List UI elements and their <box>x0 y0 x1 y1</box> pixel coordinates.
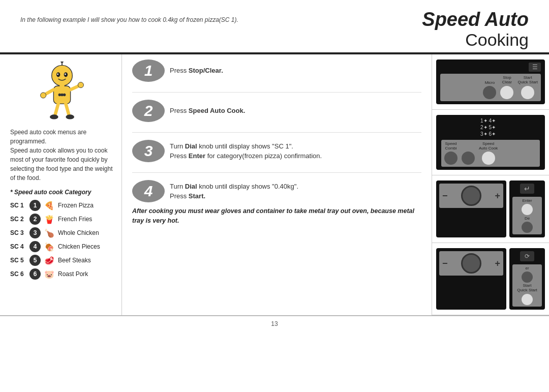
mascot-icon <box>32 62 93 123</box>
panel-1: ☰ Micro StopClear StartQuick Start <box>432 54 549 110</box>
panel2-num3: 3✦ 6✦ <box>480 131 496 137</box>
sc-icon: 🍕 <box>44 200 55 211</box>
list-item: SC 6 6 🐷 Roast Pork <box>10 268 113 280</box>
panel4-btn-er <box>522 272 533 283</box>
panel1-display-icon: ☰ <box>529 63 541 72</box>
step-3-number: 3 <box>132 140 165 162</box>
title-cooking: Cooking <box>422 31 529 49</box>
sc-num: 6 <box>29 268 41 280</box>
panel2-btn-mid-btn <box>462 152 475 165</box>
step-1: 1 Press Stop/Clear. <box>132 59 421 93</box>
sc-num: 5 <box>29 255 41 266</box>
panel4-knob <box>461 253 481 274</box>
sc-label: SC 5 <box>10 257 26 264</box>
svg-point-2 <box>60 62 64 63</box>
header-subtitle: In the following example I will show you… <box>20 9 238 23</box>
sc-icon: 🍟 <box>44 214 55 225</box>
sc-label: SC 3 <box>10 229 26 236</box>
panel4-btn-start <box>522 294 533 305</box>
panel1-btn-col-micro: Micro <box>483 80 496 99</box>
list-item: SC 1 1 🍕 Frozen Pizza <box>10 200 113 211</box>
header: In the following example I will show you… <box>0 0 549 52</box>
step-3: 3 Turn Dial knob until display shows "SC… <box>132 140 421 173</box>
main-content: Speed auto cook menus are programmed.Spe… <box>0 54 549 315</box>
panel2-num2: 2✦ 5✦ <box>480 125 496 130</box>
panel3-dial: − + <box>436 180 506 237</box>
list-item: SC 5 5 🥩 Beef Steaks <box>10 255 113 266</box>
panel4-label-er: er <box>525 266 529 270</box>
warning-text: After cooking you must wear gloves and c… <box>132 206 421 226</box>
panel2-btn-combi <box>444 152 458 165</box>
panel1-label-micro: Micro <box>485 80 495 85</box>
panel3-btn-de <box>522 222 533 233</box>
left-column: Speed auto cook menus are programmed.Spe… <box>0 54 122 315</box>
sc-food: Roast Pork <box>58 270 88 278</box>
panel4-label-start: StartQuick Start <box>517 284 537 293</box>
panel2-btn-auto <box>482 152 495 165</box>
step-4-number: 4 <box>132 180 165 202</box>
panel2-label-combi: SpeedCombi <box>445 142 456 151</box>
panel1-label-start: StartQuick Start <box>517 76 538 85</box>
svg-rect-11 <box>59 85 64 88</box>
panel3-label-de: De <box>525 216 530 221</box>
svg-point-18 <box>50 114 58 119</box>
panel1-label-stop: StopClear <box>502 76 512 85</box>
sc-num: 4 <box>29 241 41 252</box>
sc-icon: 🐷 <box>44 268 55 280</box>
left-description: Speed auto cook menus are programmed.Spe… <box>10 128 113 183</box>
panel1-btn-stop <box>500 86 513 99</box>
panel4-start-icon: ⟳ <box>520 251 534 261</box>
list-item: SC 3 3 🍗 Whole Chicken <box>10 227 113 238</box>
step-2-header: 2 Press Speed Auto Cook. <box>132 100 421 122</box>
panel2-numgrid: 1✦ 4✦ 2✦ 5✦ 3✦ 6✦ <box>441 118 540 137</box>
panel2-speed-auto: SpeedAuto Cook <box>479 142 498 165</box>
panel3-label-enter: Enter <box>522 198 532 203</box>
sc-icon: 🍖 <box>44 241 55 252</box>
step-4-header: 4 Turn Dial knob until display shows "0.… <box>132 180 421 202</box>
sc-num: 3 <box>29 227 41 238</box>
svg-point-14 <box>40 93 46 98</box>
list-item: SC 2 2 🍟 French Fries <box>10 214 113 225</box>
svg-line-17 <box>66 104 69 115</box>
panel2-speed-combi: SpeedCombi <box>444 142 458 165</box>
panel2-label-mid <box>468 146 469 150</box>
svg-point-10 <box>60 94 64 97</box>
panel2-btn-mid <box>462 146 475 165</box>
step-3-instruction-2: Press Enter for category(frozen pizza) c… <box>170 151 322 161</box>
panel-4: − + ⟳ er StartQuick Start <box>432 243 549 315</box>
svg-point-0 <box>51 66 72 86</box>
panel3-enter: ↵ Enter De <box>509 180 545 237</box>
sc-num: 2 <box>29 214 41 225</box>
step-2-instruction: Press Speed Auto Cook. <box>170 106 245 116</box>
panel4-plus: + <box>495 258 500 269</box>
svg-line-16 <box>55 104 58 115</box>
sc-food: Chicken Pieces <box>58 243 100 250</box>
sc-label: SC 4 <box>10 243 26 250</box>
category-title: * Speed auto cook Category <box>10 189 113 196</box>
page-number: 13 <box>271 320 278 327</box>
step-1-header: 1 Press Stop/Clear. <box>132 59 421 82</box>
panel1-btn-col-stop: StopClear <box>500 76 513 99</box>
title-speed: Speed Auto <box>422 9 529 31</box>
panel4-start: ⟳ er StartQuick Start <box>509 248 545 310</box>
panel3-btn-enter <box>522 204 533 215</box>
list-item: SC 4 4 🍖 Chicken Pieces <box>10 241 113 252</box>
sc-label: SC 6 <box>10 270 26 278</box>
sc-food: Frozen Pizza <box>58 202 94 209</box>
panel2-num1: 1✦ 4✦ <box>480 118 496 124</box>
step-4: 4 Turn Dial knob until display shows "0.… <box>132 180 421 233</box>
step-4-instruction-2: Press Start. <box>170 191 298 201</box>
panel-3: − + ↵ Enter De <box>432 175 549 243</box>
panel1-btn-start <box>521 86 534 99</box>
sc-num: 1 <box>29 200 41 211</box>
panel1-btn-col-start: StartQuick Start <box>517 76 538 99</box>
panel3-enter-icon: ↵ <box>520 184 534 194</box>
panel4-minus: − <box>442 258 448 269</box>
right-column: ☰ Micro StopClear StartQuick Start <box>432 54 549 315</box>
sc-icon: 🥩 <box>44 255 55 266</box>
step-2-number: 2 <box>132 100 165 122</box>
footer: 13 <box>0 316 549 331</box>
panel4-dial: − + <box>436 248 506 310</box>
panel3-minus: − <box>442 191 448 201</box>
panel2-label-auto: SpeedAuto Cook <box>479 142 498 151</box>
